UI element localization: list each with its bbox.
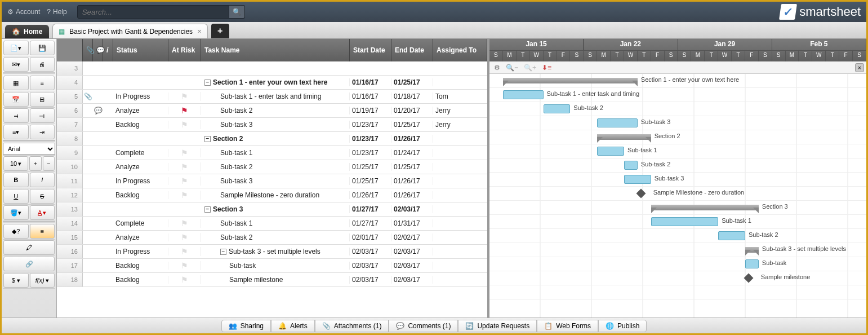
info-column-icon[interactable]: i [103, 39, 113, 61]
status-cell[interactable]: In Progress [113, 248, 168, 255]
table-row[interactable]: 15Analyze⚑Sub-task 202/01/1702/02/17 [57, 231, 487, 245]
start-cell[interactable]: 02/01/17 [350, 233, 391, 241]
file-button[interactable]: 📄▾ [3, 41, 29, 55]
calendar-view-button[interactable]: 📅 [3, 92, 29, 107]
increase-size-button[interactable]: + [29, 156, 42, 171]
flag-icon[interactable]: ⚑ [181, 275, 188, 284]
risk-header[interactable]: At Risk [168, 39, 201, 61]
web-forms-button[interactable]: 📋Web Forms [537, 320, 598, 332]
start-cell[interactable]: 01/23/17 [350, 121, 391, 129]
currency-button[interactable]: $ ▾ [3, 273, 29, 288]
gantt-milestone[interactable] [636, 189, 646, 199]
end-cell[interactable]: 02/03/17 [391, 205, 433, 213]
end-cell[interactable]: 01/24/17 [391, 149, 433, 157]
highlighter-button[interactable]: 🖍 [3, 240, 55, 255]
document-tab[interactable]: ▦ Basic Project with Gantt & Dependencie… [52, 24, 207, 38]
flag-icon[interactable]: ⚑ [181, 120, 188, 129]
assigned-cell[interactable]: Tom [433, 92, 487, 100]
gantt-summary-bar[interactable] [503, 78, 638, 83]
collapse-icon[interactable]: − [220, 249, 226, 255]
status-cell[interactable]: Backlog [113, 191, 168, 199]
conditional-format-button[interactable]: ◆? [3, 224, 29, 239]
row-number[interactable]: 9 [57, 146, 83, 160]
row-number[interactable]: 6 [57, 104, 83, 117]
risk-cell[interactable]: ⚑ [168, 261, 201, 270]
comment-cell[interactable]: 💬 [93, 107, 103, 114]
end-cell[interactable]: 01/18/17 [391, 92, 433, 100]
end-header[interactable]: End Date [391, 39, 433, 61]
flag-icon[interactable]: ⚑ [181, 247, 188, 256]
status-cell[interactable]: Backlog [113, 276, 168, 284]
table-row[interactable]: 3 [57, 61, 487, 76]
gantt-task-bar[interactable] [718, 231, 745, 240]
flag-icon[interactable]: ⚑ [181, 106, 188, 115]
row-number[interactable]: 18 [57, 273, 83, 286]
flag-icon[interactable]: ⚑ [181, 261, 188, 270]
row-number[interactable]: 7 [57, 118, 83, 131]
row-number[interactable]: 15 [57, 231, 83, 244]
filter-button[interactable]: ⫤ [3, 108, 29, 123]
row-number[interactable]: 5 [57, 90, 83, 103]
end-cell[interactable]: 01/26/17 [391, 191, 433, 199]
end-cell[interactable]: 01/25/17 [391, 163, 433, 171]
row-number[interactable]: 10 [57, 160, 83, 174]
collapse-icon[interactable]: − [204, 80, 211, 86]
table-row[interactable]: 16In Progress⚑−Sub-task 3 - set multiple… [57, 245, 487, 259]
start-cell[interactable]: 02/03/17 [350, 262, 391, 270]
flag-icon[interactable]: ⚑ [181, 233, 188, 242]
table-row[interactable]: 17Backlog⚑Sub-task02/03/1702/03/17 [57, 259, 487, 273]
underline-button[interactable]: U [3, 189, 29, 204]
gantt-view-button[interactable]: ≡ [30, 76, 55, 90]
task-cell[interactable]: Sub-task 2 [201, 163, 350, 171]
status-header[interactable]: Status [113, 39, 168, 61]
publish-button[interactable]: 🌐Publish [598, 320, 647, 332]
risk-cell[interactable]: ⚑ [168, 233, 201, 242]
task-cell[interactable]: −Section 3 [201, 205, 350, 213]
close-tab-icon[interactable]: × [197, 27, 202, 36]
start-cell[interactable]: 01/16/17 [350, 78, 391, 86]
new-tab-button[interactable]: + [211, 24, 229, 38]
table-row[interactable]: 10Analyze⚑Sub-task 201/25/1701/25/17 [57, 160, 487, 174]
link-button[interactable]: 🔗 [3, 257, 55, 271]
start-cell[interactable]: 01/25/17 [350, 163, 391, 171]
text-color-button[interactable]: A▾ [30, 205, 55, 220]
end-cell[interactable]: 02/02/17 [391, 233, 433, 241]
font-select[interactable]: Arial [3, 143, 55, 155]
row-number[interactable]: 8 [57, 132, 83, 146]
start-cell[interactable]: 01/19/17 [350, 107, 391, 114]
status-cell[interactable]: Backlog [113, 121, 168, 129]
risk-cell[interactable]: ⚑ [168, 219, 201, 228]
zoom-in-icon[interactable]: 🔍+ [524, 64, 536, 72]
attachment-column-icon[interactable]: 📎 [83, 39, 93, 61]
sharing-button[interactable]: 👥Sharing [221, 320, 271, 332]
flag-icon[interactable]: ⚑ [181, 148, 188, 157]
risk-cell[interactable]: ⚑ [168, 162, 201, 171]
table-row[interactable]: 7Backlog⚑Sub-task 301/23/1701/25/17Jerry [57, 118, 487, 132]
attachment-cell[interactable]: 📎 [83, 92, 93, 100]
start-cell[interactable]: 02/03/17 [350, 276, 391, 284]
risk-cell[interactable]: ⚑ [168, 148, 201, 157]
gantt-task-bar[interactable] [503, 90, 544, 99]
start-cell[interactable]: 01/16/17 [350, 92, 391, 100]
status-cell[interactable]: Analyze [113, 233, 168, 241]
alerts-button[interactable]: 🔔Alerts [271, 320, 315, 332]
print-button[interactable]: 🖨 [30, 57, 55, 72]
comment-column-icon[interactable]: 💬 [93, 39, 103, 61]
table-row[interactable]: 11In Progress⚑Sub-task 301/25/1701/26/17 [57, 174, 487, 188]
table-row[interactable]: 4−Section 1 - enter your own text here01… [57, 76, 487, 90]
indent-button[interactable]: ⇥ [30, 125, 55, 139]
start-cell[interactable]: 01/27/17 [350, 205, 391, 213]
attachments-button[interactable]: 📎Attachments (1) [315, 320, 389, 332]
font-size-select[interactable]: 10 ▾ [3, 156, 28, 171]
formula-button[interactable]: f(x)▾ [30, 273, 55, 288]
gantt-summary-bar[interactable] [597, 134, 651, 140]
gantt-task-bar[interactable] [624, 175, 651, 184]
card-view-button[interactable]: ⊞ [30, 92, 55, 107]
row-number[interactable]: 11 [57, 174, 83, 188]
start-cell[interactable]: 01/27/17 [350, 219, 391, 227]
highlight-changes-button[interactable]: ≡ [30, 224, 55, 239]
start-header[interactable]: Start Date [350, 39, 391, 61]
status-cell[interactable]: Analyze [113, 107, 168, 114]
row-number[interactable]: 4 [57, 76, 83, 89]
gantt-task-bar[interactable] [597, 118, 638, 127]
